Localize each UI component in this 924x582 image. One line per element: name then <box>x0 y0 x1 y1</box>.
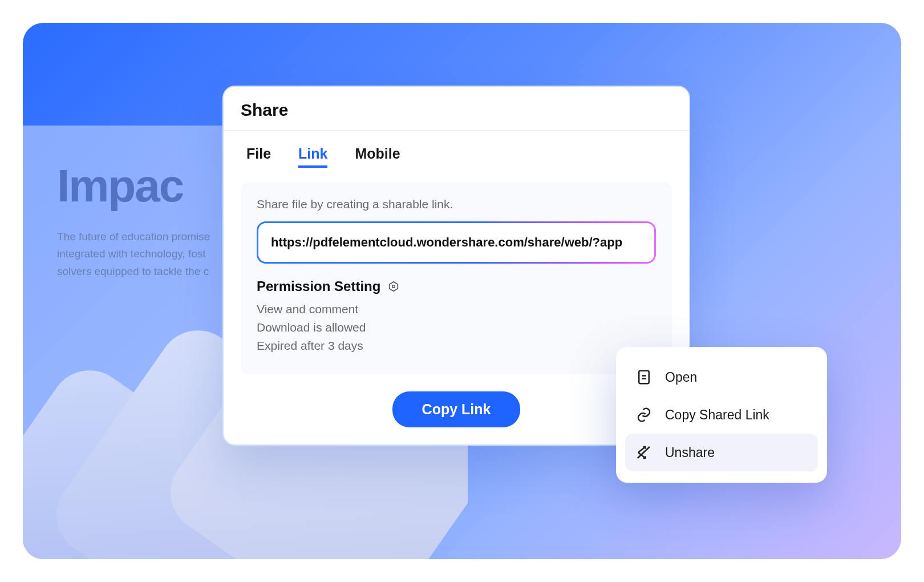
tab-link[interactable]: Link <box>298 146 327 168</box>
link-panel: Share file by creating a sharable link. … <box>241 183 672 374</box>
dialog-header: Share <box>224 87 689 131</box>
permission-item-expire: Expired after 3 days <box>257 339 656 353</box>
copy-link-button[interactable]: Copy Link <box>392 391 521 427</box>
app-viewport: Impac The future of education promise in… <box>23 23 901 559</box>
permission-title: Permission Setting <box>257 278 380 294</box>
panel-description: Share file by creating a sharable link. <box>257 197 656 211</box>
share-link-text: https://pdfelementcloud.wondershare.com/… <box>258 223 654 262</box>
tab-mobile[interactable]: Mobile <box>355 146 400 168</box>
share-link-field[interactable]: https://pdfelementcloud.wondershare.com/… <box>257 221 656 264</box>
menu-item-label: Copy Shared Link <box>665 407 769 423</box>
menu-item-open[interactable]: Open <box>625 358 818 396</box>
permission-item-view: View and comment <box>257 302 656 316</box>
link-icon <box>635 406 653 423</box>
settings-hex-icon <box>387 280 400 293</box>
menu-item-label: Unshare <box>665 445 715 460</box>
permission-list: View and comment Download is allowed Exp… <box>257 302 656 353</box>
svg-point-1 <box>392 285 395 288</box>
tab-file[interactable]: File <box>246 146 271 168</box>
menu-item-copy-link[interactable]: Copy Shared Link <box>625 396 818 434</box>
menu-item-unshare[interactable]: Unshare <box>625 434 818 471</box>
permission-header: Permission Setting <box>257 278 656 294</box>
share-tabs: File Link Mobile <box>224 131 689 168</box>
svg-rect-2 <box>639 371 649 384</box>
dialog-title: Share <box>241 100 672 120</box>
permission-item-download: Download is allowed <box>257 321 656 334</box>
unshare-icon <box>635 444 653 461</box>
context-menu: Open Copy Shared Link Unshare <box>616 347 827 483</box>
svg-marker-0 <box>390 282 398 292</box>
menu-item-label: Open <box>665 370 697 385</box>
file-icon <box>635 369 653 386</box>
